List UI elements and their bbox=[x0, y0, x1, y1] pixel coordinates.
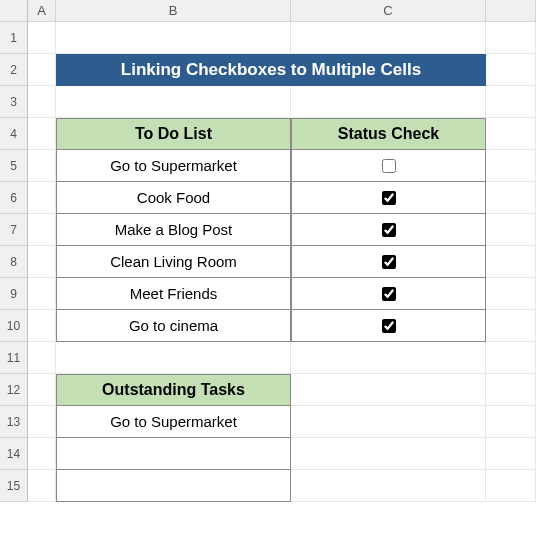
cell-c3[interactable] bbox=[291, 86, 486, 118]
cell-d6[interactable] bbox=[486, 182, 536, 214]
cell-c15[interactable] bbox=[291, 470, 486, 502]
row-header-14[interactable]: 14 bbox=[0, 438, 28, 470]
cell-b3[interactable] bbox=[56, 86, 291, 118]
col-header-c[interactable]: C bbox=[291, 0, 486, 22]
cell-a15[interactable] bbox=[28, 470, 56, 502]
row-header-9[interactable]: 9 bbox=[0, 278, 28, 310]
cell-d7[interactable] bbox=[486, 214, 536, 246]
cell-c13[interactable] bbox=[291, 406, 486, 438]
checkbox-4[interactable] bbox=[382, 287, 396, 301]
cell-a5[interactable] bbox=[28, 150, 56, 182]
col-header-a[interactable]: A bbox=[28, 0, 56, 22]
row-header-2[interactable]: 2 bbox=[0, 54, 28, 86]
row-header-11[interactable]: 11 bbox=[0, 342, 28, 374]
row-header-12[interactable]: 12 bbox=[0, 374, 28, 406]
cell-b1[interactable] bbox=[56, 22, 291, 54]
status-cell-1[interactable] bbox=[291, 182, 486, 214]
row-header-15[interactable]: 15 bbox=[0, 470, 28, 502]
cell-d9[interactable] bbox=[486, 278, 536, 310]
row-header-1[interactable]: 1 bbox=[0, 22, 28, 54]
row-header-7[interactable]: 7 bbox=[0, 214, 28, 246]
cell-d8[interactable] bbox=[486, 246, 536, 278]
cell-d2[interactable] bbox=[486, 54, 536, 86]
todo-item-0[interactable]: Go to Supermarket bbox=[56, 150, 291, 182]
checkbox-5[interactable] bbox=[382, 319, 396, 333]
select-all-corner[interactable] bbox=[0, 0, 28, 22]
cell-d12[interactable] bbox=[486, 374, 536, 406]
checkbox-3[interactable] bbox=[382, 255, 396, 269]
todo-item-5[interactable]: Go to cinema bbox=[56, 310, 291, 342]
row-header-6[interactable]: 6 bbox=[0, 182, 28, 214]
checkbox-1[interactable] bbox=[382, 191, 396, 205]
cell-d11[interactable] bbox=[486, 342, 536, 374]
status-cell-4[interactable] bbox=[291, 278, 486, 310]
table-header-status[interactable]: Status Check bbox=[291, 118, 486, 150]
cell-d5[interactable] bbox=[486, 150, 536, 182]
outstanding-header[interactable]: Outstanding Tasks bbox=[56, 374, 291, 406]
outstanding-item-1[interactable] bbox=[56, 438, 291, 470]
cell-a3[interactable] bbox=[28, 86, 56, 118]
status-cell-2[interactable] bbox=[291, 214, 486, 246]
cell-a13[interactable] bbox=[28, 406, 56, 438]
cell-a14[interactable] bbox=[28, 438, 56, 470]
status-cell-5[interactable] bbox=[291, 310, 486, 342]
cell-a7[interactable] bbox=[28, 214, 56, 246]
todo-item-3[interactable]: Clean Living Room bbox=[56, 246, 291, 278]
cell-d1[interactable] bbox=[486, 22, 536, 54]
cell-d4[interactable] bbox=[486, 118, 536, 150]
cell-a2[interactable] bbox=[28, 54, 56, 86]
cell-a6[interactable] bbox=[28, 182, 56, 214]
row-header-4[interactable]: 4 bbox=[0, 118, 28, 150]
cell-c14[interactable] bbox=[291, 438, 486, 470]
todo-item-2[interactable]: Make a Blog Post bbox=[56, 214, 291, 246]
cell-a1[interactable] bbox=[28, 22, 56, 54]
cell-a10[interactable] bbox=[28, 310, 56, 342]
col-header-d[interactable] bbox=[486, 0, 536, 22]
col-header-b[interactable]: B bbox=[56, 0, 291, 22]
status-cell-0[interactable] bbox=[291, 150, 486, 182]
cell-d15[interactable] bbox=[486, 470, 536, 502]
cell-a8[interactable] bbox=[28, 246, 56, 278]
row-header-8[interactable]: 8 bbox=[0, 246, 28, 278]
row-header-10[interactable]: 10 bbox=[0, 310, 28, 342]
cell-d14[interactable] bbox=[486, 438, 536, 470]
sheet-title[interactable]: Linking Checkboxes to Multiple Cells bbox=[56, 54, 486, 86]
cell-c1[interactable] bbox=[291, 22, 486, 54]
cell-c11[interactable] bbox=[291, 342, 486, 374]
cell-b11[interactable] bbox=[56, 342, 291, 374]
cell-a11[interactable] bbox=[28, 342, 56, 374]
cell-a4[interactable] bbox=[28, 118, 56, 150]
row-header-3[interactable]: 3 bbox=[0, 86, 28, 118]
table-header-todo[interactable]: To Do List bbox=[56, 118, 291, 150]
checkbox-0[interactable] bbox=[382, 159, 396, 173]
cell-d3[interactable] bbox=[486, 86, 536, 118]
todo-item-4[interactable]: Meet Friends bbox=[56, 278, 291, 310]
cell-d10[interactable] bbox=[486, 310, 536, 342]
cell-c12[interactable] bbox=[291, 374, 486, 406]
cell-d13[interactable] bbox=[486, 406, 536, 438]
spreadsheet: A B C 1 2 Linking Checkboxes to Multiple… bbox=[0, 0, 536, 502]
status-cell-3[interactable] bbox=[291, 246, 486, 278]
row-header-5[interactable]: 5 bbox=[0, 150, 28, 182]
row-header-13[interactable]: 13 bbox=[0, 406, 28, 438]
todo-item-1[interactable]: Cook Food bbox=[56, 182, 291, 214]
checkbox-2[interactable] bbox=[382, 223, 396, 237]
outstanding-item-0[interactable]: Go to Supermarket bbox=[56, 406, 291, 438]
cell-a9[interactable] bbox=[28, 278, 56, 310]
cell-a12[interactable] bbox=[28, 374, 56, 406]
outstanding-item-2[interactable] bbox=[56, 470, 291, 502]
